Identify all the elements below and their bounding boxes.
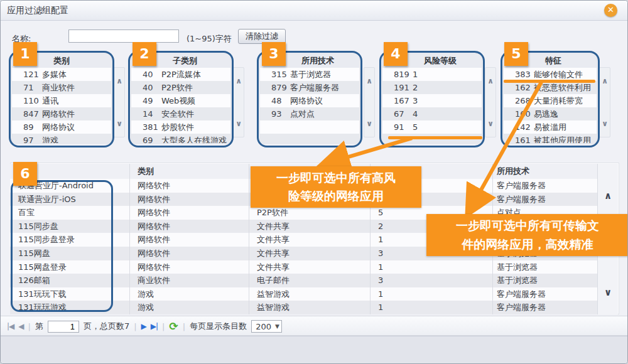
next-page-button[interactable]: ▶ (141, 322, 146, 331)
cell: 131玩玩游戏 (10, 301, 129, 314)
table-row[interactable]: 115网盘登录网络软件文件共享1基于浏览器 (10, 260, 597, 274)
cell: 161 (504, 134, 534, 144)
list-item[interactable]: 93点对点 (260, 107, 359, 120)
badge-1: 1 (13, 42, 37, 66)
list-item[interactable]: 160易逃逸 (504, 107, 597, 120)
list-item[interactable]: 915 (382, 120, 482, 134)
table-row[interactable]: 131玩玩下载游戏益智游戏1客户端服务器 (10, 287, 597, 301)
cell: 115同步盘登录 (10, 233, 129, 247)
scrollbar[interactable]: ∧ ∨ (364, 67, 375, 137)
risk5-underline (388, 136, 482, 139)
list-item[interactable]: 110通讯 (12, 94, 111, 107)
cell: 142 (504, 120, 534, 134)
cell: 易被滥用 (534, 120, 597, 134)
cell: 商业软件 (42, 81, 111, 94)
chevron-down-icon[interactable]: ∨ (485, 119, 495, 128)
name-input[interactable] (68, 29, 179, 43)
pager-controls: |◀ ◀ | 第 页，总页数7 | ▶ ▶| | ⟳ | 每页显示条目数 200… (7, 316, 282, 336)
cell: 879 (260, 81, 290, 94)
last-page-button[interactable]: ▶| (151, 322, 158, 331)
cell: 268 (504, 94, 534, 107)
cell: 安全软件 (161, 107, 230, 120)
list-item[interactable]: 381炒股软件 (131, 120, 230, 134)
cell: 点对点 (290, 107, 359, 120)
list-item[interactable]: 8191 (382, 68, 482, 81)
cell: 69 (131, 134, 161, 144)
list-item[interactable]: 268大量消耗带宽 (504, 94, 597, 107)
chevron-down-icon[interactable]: ∨ (364, 119, 374, 128)
list-item[interactable]: 97游戏 (12, 134, 111, 144)
cell: P2P软件 (249, 206, 370, 220)
cell: 115网盘 (10, 247, 129, 260)
cell: 315 (260, 68, 290, 81)
pagination-bar: |◀ ◀ | 第 页，总页数7 | ▶ ▶| | ⟳ | 每页显示条目数 200… (1, 316, 627, 336)
list-item[interactable]: 162被恶意软件利用 (504, 81, 597, 94)
cell: 5 (413, 120, 482, 134)
close-icon[interactable]: ✕ (604, 4, 617, 17)
per-page-select[interactable]: 200 ▼ (251, 320, 282, 333)
chevron-up-icon[interactable]: ∧ (600, 77, 610, 85)
list-item[interactable]: 847网络软件 (12, 107, 111, 120)
list-item[interactable]: 161被其他应用使用 (504, 134, 597, 144)
list-feature: 特征 383能够传输文件162被恶意软件利用268大量消耗带宽160易逃逸142… (503, 53, 597, 144)
cell: 121 (12, 68, 42, 81)
cell: 商业软件 (129, 274, 249, 287)
cell: 益智游戏 (249, 287, 370, 301)
list-item[interactable]: 69大型多人在线游戏 (131, 134, 230, 144)
chevron-down-icon[interactable]: ∨ (114, 119, 124, 128)
list-item[interactable]: 315基于浏览器 (260, 68, 359, 81)
list-item[interactable]: 142易被滥用 (504, 120, 597, 134)
cell: 联通营业厅-iOS (10, 193, 129, 206)
cell: 百宝 (10, 206, 129, 220)
scrollbar[interactable]: ∧ ∨ (599, 67, 610, 137)
list-item[interactable]: 383能够传输文件 (504, 68, 597, 81)
page-prefix-label: 第 (35, 321, 43, 332)
scrollbar[interactable]: ∧ ∨ (114, 67, 125, 137)
chevron-up-icon[interactable]: ∧ (485, 77, 495, 85)
list-item[interactable]: 1912 (382, 81, 482, 94)
title-bar: 应用过滤组配置 ✕ (1, 1, 627, 21)
table-row[interactable]: 131玩玩游戏游戏益智游戏1客户端服务器 (10, 301, 597, 314)
list-item[interactable]: 121多媒体 (12, 68, 111, 81)
list-item[interactable]: 49Web视频 (131, 94, 230, 107)
chevron-up-icon[interactable]: ∧ (364, 77, 374, 85)
risk-callout: 一步即可选中所有高风 险等级的网络应用 (251, 166, 421, 208)
chevron-up-icon[interactable]: ∧ (114, 77, 124, 85)
cell: 网络软件 (42, 107, 111, 120)
prev-page-button[interactable]: ◀ (18, 322, 23, 331)
chevron-up-icon[interactable]: ∧ (598, 190, 618, 201)
chevron-down-icon[interactable]: ∨ (600, 119, 610, 128)
list-item[interactable]: 879客户端服务器 (260, 81, 359, 94)
cell: 1 (370, 287, 492, 301)
cell: Web视频 (161, 94, 230, 107)
cell: 易逃逸 (534, 107, 597, 120)
chevron-down-icon[interactable]: ∨ (234, 119, 244, 128)
feature-callout: 一步即可选中所有可传输文 件的网络应用，高效精准 (426, 214, 628, 256)
list-item[interactable]: 14安全软件 (131, 107, 230, 120)
cell: 游戏 (129, 301, 249, 314)
chevron-up-icon[interactable]: ∧ (234, 77, 244, 85)
scrollbar[interactable]: ∧ ∨ (233, 67, 244, 137)
list-item[interactable]: 89网络协议 (12, 120, 111, 134)
cell: 客户端服务器 (492, 179, 591, 193)
table-row[interactable]: 126邮箱商业软件电子邮件3基于浏览器 (10, 274, 597, 287)
list-item[interactable]: 1673 (382, 94, 482, 107)
list-item[interactable]: 40P2P软件 (131, 81, 230, 94)
badge-3: 3 (262, 42, 286, 66)
refresh-icon[interactable]: ⟳ (169, 321, 178, 332)
dialog-footer: 确定 取消 (1, 336, 627, 364)
cell: 381 (131, 120, 161, 134)
list-item[interactable]: 48网络协议 (260, 94, 359, 107)
cell: 文件共享 (249, 260, 370, 274)
chevron-down-icon[interactable]: ∨ (598, 287, 618, 298)
list-item[interactable]: 674 (382, 107, 482, 120)
page-number-input[interactable] (48, 321, 79, 333)
scrollbar[interactable]: ∧ ∨ (485, 67, 496, 137)
list-item[interactable]: 71商业软件 (12, 81, 111, 94)
cell: 40 (131, 68, 161, 81)
cell: 网络协议 (290, 94, 359, 107)
list-item[interactable]: 40P2P流媒体 (131, 68, 230, 81)
list-category: 类别 121多媒体71商业软件110通讯847网络软件89网络协议97游戏 (11, 53, 112, 144)
cell: 383 (504, 68, 534, 81)
first-page-button[interactable]: |◀ (7, 322, 14, 331)
